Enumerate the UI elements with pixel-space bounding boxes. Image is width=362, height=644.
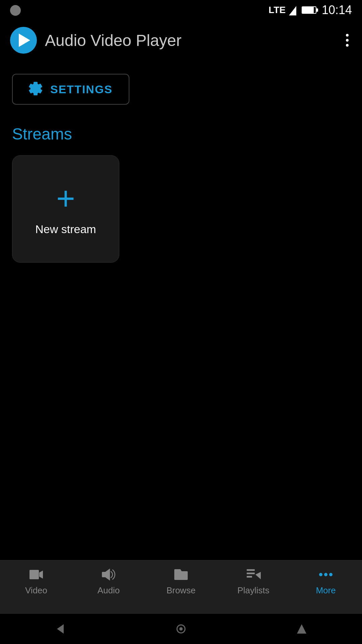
new-stream-button[interactable]: + New stream [12,155,119,263]
bottom-navigation: Video Audio Browse Playlists More [0,560,362,614]
tab-more-label: More [316,585,336,596]
app-logo [10,27,37,54]
status-right: LTE 10:14 [268,3,352,17]
recents-button[interactable] [296,623,308,635]
dot-2 [346,39,349,42]
settings-button[interactable]: SETTINGS [12,74,129,105]
plus-icon: + [56,182,75,215]
svg-marker-6 [255,572,261,579]
audio-icon [101,567,116,582]
overflow-menu-button[interactable] [343,31,352,50]
svg-marker-13 [297,624,306,634]
playlists-icon [246,567,261,582]
tab-playlists-label: Playlists [237,585,269,596]
tab-browse-label: Browse [167,585,196,596]
svg-marker-10 [57,624,64,634]
tab-audio[interactable]: Audio [72,567,145,596]
tab-playlists[interactable]: Playlists [217,567,290,596]
status-bar: LTE 10:14 [0,0,362,20]
lte-icon: LTE [268,5,296,15]
battery-icon [302,6,316,14]
tab-audio-label: Audio [98,585,120,596]
svg-rect-1 [29,570,39,579]
tab-more[interactable]: More [290,567,362,596]
settings-section: SETTINGS [0,60,362,111]
app-header: Audio Video Player [0,20,362,60]
dot-3 [346,44,349,47]
gear-icon [29,82,44,97]
home-button[interactable] [175,623,187,635]
dot-1 [346,34,349,37]
streams-heading: Streams [12,125,350,143]
svg-point-9 [329,573,333,576]
streams-section: Streams + New stream [0,111,362,276]
status-time: 10:14 [322,3,352,17]
svg-point-7 [319,573,322,576]
header-left: Audio Video Player [10,27,181,54]
back-button[interactable] [54,623,66,635]
tab-video[interactable]: Video [0,567,72,596]
android-nav-bar [0,614,362,644]
video-icon [29,567,44,582]
new-stream-label: New stream [35,223,96,236]
app-title: Audio Video Player [45,31,181,50]
svg-marker-2 [39,571,43,579]
more-dots-icon [318,567,333,582]
tab-browse[interactable]: Browse [145,567,217,596]
status-circle-icon [10,5,21,16]
svg-rect-5 [247,576,252,578]
svg-rect-4 [247,573,255,574]
tab-video-label: Video [25,585,47,596]
svg-point-12 [179,627,183,631]
svg-point-8 [324,573,327,576]
svg-rect-3 [247,569,255,571]
browse-icon [174,567,188,582]
svg-marker-0 [289,6,296,15]
settings-label: SETTINGS [50,83,113,96]
play-icon [19,34,30,47]
